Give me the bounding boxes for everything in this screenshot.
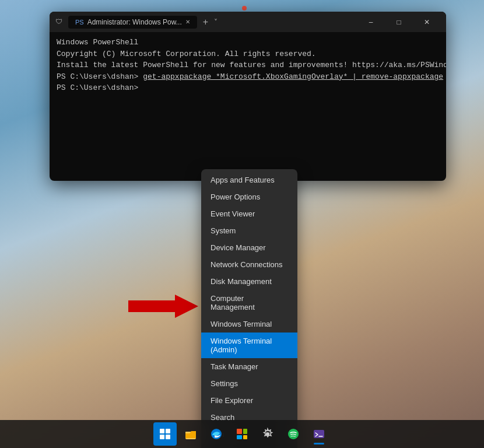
close-button[interactable]: ✕ (413, 12, 440, 32)
context-menu-item-5[interactable]: Network Connections (201, 256, 297, 273)
context-menu-item-7[interactable]: Computer Management (201, 290, 297, 316)
spotify-icon[interactable] (282, 422, 305, 446)
context-menu-item-9[interactable]: Windows Terminal (Admin) (201, 332, 297, 358)
svg-rect-4 (237, 429, 242, 434)
red-dot-indicator (242, 6, 247, 10)
context-menu-item-label: Network Connections (211, 260, 283, 269)
powershell-window: 🛡 PS Administrator: Windows Pow... ✕ + ˅… (50, 12, 446, 181)
maximize-button[interactable]: □ (385, 12, 412, 32)
window-controls: – □ ✕ (357, 12, 440, 32)
context-menu-item-12[interactable]: File Explorer (201, 392, 297, 409)
context-menu-item-label: System (211, 226, 236, 235)
context-menu-item-2[interactable]: Event Viewer (201, 205, 297, 222)
context-menu-item-label: File Explorer (211, 396, 253, 405)
red-arrow (128, 292, 198, 321)
ps-line-1: Windows PowerShell (57, 37, 439, 48)
tab-label: Administrator: Windows Pow... (87, 18, 182, 26)
context-menu-item-4[interactable]: Device Manager (201, 239, 297, 256)
context-menu-item-label: Power Options (211, 192, 260, 201)
context-menu-item-label: Apps and Features (211, 176, 275, 184)
windows-terminal-taskbar-icon[interactable] (307, 422, 331, 446)
context-menu-item-0[interactable]: Apps and Features (201, 172, 297, 188)
context-menu: Apps and FeaturesPower OptionsEvent View… (201, 169, 297, 448)
ps-line-6: PS C:\Users\dshan> get-appxpackage *Micr… (57, 71, 439, 83)
ps-line-2: Copyright (C) Microsoft Corporation. All… (57, 48, 439, 60)
tab-dropdown-icon[interactable]: ˅ (214, 18, 218, 26)
titlebar: 🛡 PS Administrator: Windows Pow... ✕ + ˅… (50, 12, 446, 32)
svg-marker-0 (128, 295, 198, 318)
ps-command: get-appxpackage *Microsoft.XboxGamingOve… (143, 72, 443, 81)
windows-logo (160, 429, 170, 439)
context-menu-item-label: Windows Terminal (211, 320, 272, 328)
ps-line-7: PS C:\Users\dshan> (57, 82, 439, 94)
context-menu-item-label: Computer Management (211, 294, 288, 312)
context-menu-item-label: Event Viewer (211, 209, 255, 218)
taskbar (0, 420, 484, 448)
svg-rect-2 (185, 432, 190, 433)
powershell-tab[interactable]: PS Administrator: Windows Pow... ✕ (68, 16, 197, 29)
context-menu-item-label: Windows Terminal (Admin) (211, 337, 288, 354)
desktop: 🛡 PS Administrator: Windows Pow... ✕ + ˅… (0, 0, 484, 448)
context-menu-item-1[interactable]: Power Options (201, 188, 297, 205)
settings-icon[interactable] (256, 422, 279, 446)
context-menu-item-11[interactable]: Settings (201, 375, 297, 392)
context-menu-item-10[interactable]: Task Manager (201, 358, 297, 375)
edge-browser-icon[interactable] (205, 422, 228, 446)
svg-rect-7 (243, 435, 247, 439)
context-menu-item-3[interactable]: System (201, 222, 297, 239)
svg-rect-6 (237, 435, 242, 439)
context-menu-item-label: Settings (211, 379, 238, 388)
file-explorer-icon[interactable] (179, 422, 202, 446)
tab-close-icon[interactable]: ✕ (185, 19, 190, 25)
svg-rect-5 (243, 429, 247, 434)
minimize-button[interactable]: – (357, 12, 384, 32)
svg-rect-10 (314, 430, 324, 438)
ps-icon: PS (75, 19, 84, 26)
start-button[interactable] (153, 422, 177, 446)
titlebar-left: 🛡 PS Administrator: Windows Pow... ✕ + ˅ (55, 16, 353, 29)
context-menu-item-label: Device Manager (211, 243, 266, 252)
taskbar-icons (153, 422, 331, 446)
context-menu-item-8[interactable]: Windows Terminal (201, 316, 297, 332)
context-menu-item-label: Task Manager (211, 362, 258, 371)
powershell-content: Windows PowerShell Copyright (C) Microso… (50, 32, 446, 99)
new-tab-button[interactable]: + (201, 17, 211, 27)
folder-icon (184, 428, 197, 440)
context-menu-item-6[interactable]: Disk Management (201, 273, 297, 290)
context-menu-item-label: Disk Management (211, 277, 272, 286)
ps-line-4: Install the latest PowerShell for new fe… (57, 60, 439, 71)
microsoft-store-icon[interactable] (230, 422, 254, 446)
shield-icon: 🛡 (55, 18, 65, 27)
